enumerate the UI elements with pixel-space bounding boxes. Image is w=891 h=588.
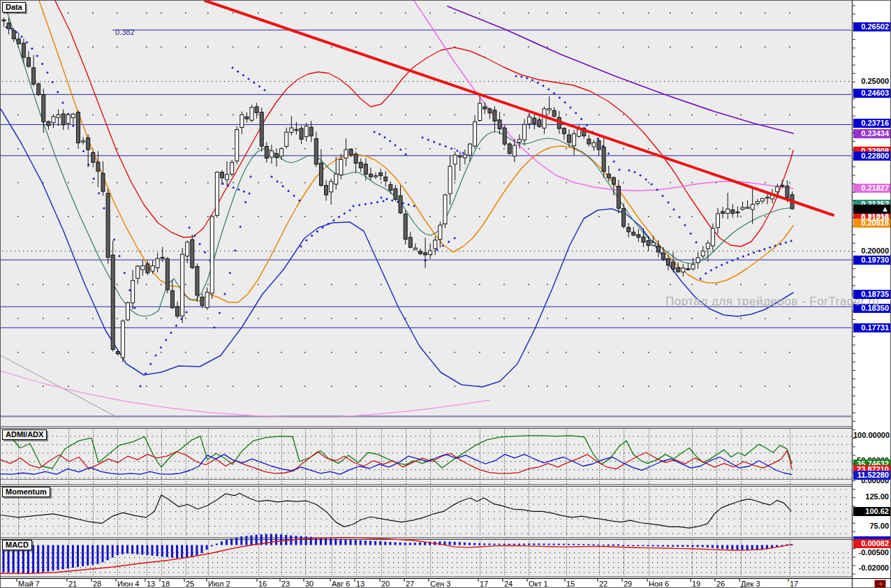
time-axis-label: 24	[504, 580, 513, 588]
price-label-0.22800: 0.22800	[853, 152, 891, 161]
price-label-0.19730: 0.19730	[853, 256, 891, 265]
momentum-label-125.00: 125.00	[853, 492, 891, 501]
series-label-data[interactable]: Data	[2, 2, 26, 13]
fibonacci-level-label: 0.382	[115, 28, 135, 36]
indicator-label-momentum[interactable]: Momentum	[2, 487, 50, 497]
time-axis-label: 17	[790, 580, 798, 588]
time-axis-label: 13	[147, 580, 155, 588]
time-axis-label: 13	[356, 580, 364, 588]
price-axis[interactable]: 0.265020.250000.246030.237160.234340.229…	[853, 1, 891, 578]
time-axis-label: 25	[186, 580, 194, 588]
watermark: Портал для трейдеров - ForTrader.ru	[665, 295, 879, 309]
time-axis-label: Июн 4	[117, 580, 139, 588]
time-axis-label: 29	[624, 580, 632, 588]
indicator-label-adx[interactable]: ADMI/ADX	[2, 429, 47, 440]
macd-label--0.00500: -0.00500	[853, 548, 891, 557]
time-axis-label: 21	[68, 580, 77, 588]
time-axis-label: 19	[692, 580, 700, 588]
time-axis-label: 30	[305, 580, 314, 588]
time-axis-label: Дек 3	[741, 580, 760, 588]
price-label-0.24603: 0.24603	[853, 89, 891, 98]
time-axis[interactable]: Май 72128Июн 4131825Июл 2162330Авг 61320…	[1, 578, 891, 588]
macd-label--0.02000: -0.02000	[853, 564, 891, 573]
time-axis-label: 16	[258, 580, 267, 588]
price-label-0.17731: 0.17731	[853, 323, 891, 332]
time-axis-label: 28	[93, 580, 101, 588]
price-label-0.21236: ▲ 0.21236	[853, 205, 891, 214]
time-axis-label: 18	[161, 580, 170, 588]
price-label-0.23434: 0.23434	[853, 129, 891, 138]
momentum-label-75.00: 75.00	[853, 522, 891, 531]
time-axis-label: 23	[281, 580, 290, 588]
time-axis-label: 17	[480, 580, 488, 588]
time-axis-label: 20	[381, 580, 390, 588]
macd-label-0.00082: 0.00082	[853, 539, 891, 548]
time-axis-label: Июл 2	[208, 580, 230, 588]
time-axis-label: 15	[566, 580, 575, 588]
time-axis-label: Авг 6	[332, 580, 350, 588]
price-label-0.26502: 0.26502	[853, 22, 891, 31]
indicator-label-macd[interactable]: MACD	[2, 540, 32, 550]
chart-window: 0.265020.250000.246030.237160.234340.229…	[0, 0, 891, 588]
price-label-0.20000: 0.20000	[853, 247, 891, 256]
adx-label-100.00000: 100.00000	[853, 431, 891, 440]
time-axis-label: 26	[716, 580, 725, 588]
time-axis-label: Сен 3	[430, 580, 450, 588]
price-label-0.25000: 0.25000	[853, 77, 891, 86]
time-axis-label: 22	[599, 580, 608, 588]
price-label-0.23716: 0.23716	[853, 119, 891, 128]
price-label-0.21827: 0.21827	[853, 184, 891, 193]
time-axis-label: Ноя 6	[649, 580, 669, 588]
scroll-right-button[interactable]: ➔	[874, 580, 886, 588]
adx-label-11.52280: 11.52280	[853, 471, 891, 480]
time-axis-label: Окт 1	[529, 580, 548, 588]
time-axis-label: Май 7	[18, 580, 40, 588]
momentum-label-100.62: 100.62	[853, 507, 891, 516]
time-axis-label: 27	[406, 580, 414, 588]
